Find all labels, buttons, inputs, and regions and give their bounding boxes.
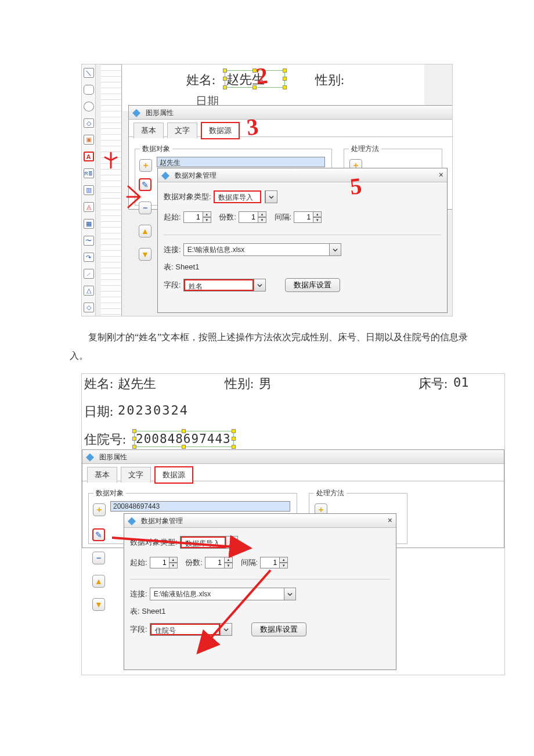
tab-basic[interactable]: 基本 [87, 467, 117, 483]
label-count: 份数: [219, 212, 236, 222]
tab-basic[interactable]: 基本 [134, 123, 164, 138]
spinner-count[interactable]: ▲▼ [205, 557, 233, 568]
tool-diamond-icon[interactable]: ◇ [84, 118, 94, 128]
textbox-hospital-id[interactable]: 200848697443 [134, 431, 234, 447]
remove-button[interactable]: − [92, 552, 105, 564]
move-down-button[interactable]: ▼ [139, 248, 151, 261]
combo-type[interactable]: 数据库导入 [214, 190, 261, 203]
tool-image-icon[interactable]: ▣ [84, 135, 94, 145]
combo-field[interactable]: 姓名 [183, 279, 266, 291]
move-up-button[interactable]: ▲ [92, 575, 105, 588]
close-icon[interactable]: × [439, 171, 443, 179]
label-date: 日期: [84, 403, 113, 420]
tab-text[interactable]: 文字 [121, 467, 151, 483]
chevron-down-icon [254, 279, 265, 291]
combo-field[interactable]: 住院号 [150, 623, 232, 636]
move-down-button[interactable]: ▼ [92, 598, 105, 611]
annotation-2: 2 [255, 64, 269, 90]
design-canvas[interactable]: 姓名: 赵先生 性别: 日期 [122, 64, 424, 111]
db-settings-button[interactable]: 数据库设置 [285, 278, 340, 292]
panel-icon [86, 453, 94, 462]
group-data-object: 数据对象 [140, 144, 172, 154]
resize-handle[interactable] [283, 69, 287, 73]
combo-connection[interactable]: E:\输液贴信息.xlsx [150, 588, 296, 600]
label-bed: 床号: [418, 375, 448, 393]
tool-triangle-icon[interactable]: △ [84, 286, 94, 296]
resize-handle[interactable] [182, 429, 186, 433]
spinner-start[interactable]: ▲▼ [183, 211, 211, 223]
tab-data[interactable]: 数据源 [201, 122, 240, 139]
tool-line-icon[interactable]: ＼ [84, 68, 94, 78]
screenshot-1: ＼ ◇ ▣ A R≣ ▥ ◬ ▦ 〜 ↷ ⟋ △ ◇ 姓名: 赵先生 [81, 64, 453, 316]
resize-handle[interactable] [223, 69, 227, 73]
tool-polyline-icon[interactable]: ⟋ [84, 269, 94, 279]
tab-data[interactable]: 数据源 [154, 466, 193, 484]
resize-handle[interactable] [283, 77, 287, 81]
resize-handle[interactable] [223, 77, 227, 81]
data-object-item[interactable]: 赵先生 [157, 157, 325, 167]
spinner-count[interactable]: ▲▼ [239, 211, 266, 223]
tool-richtext-icon[interactable]: R≣ [84, 168, 94, 178]
combo-type-arrow[interactable] [265, 190, 277, 203]
data-object-manage-window: 数据对象管理 × 数据对象类型: 数据库导入 起始: [157, 168, 448, 313]
tool-roundrect-icon[interactable] [84, 85, 94, 95]
label-sheet: 表: Sheet1 [130, 607, 165, 615]
label-name: 姓名: [186, 71, 215, 89]
spinner-gap[interactable]: ▲▼ [294, 211, 322, 223]
edit-button[interactable]: ✎ [92, 528, 105, 541]
resize-handle[interactable] [232, 437, 236, 441]
design-canvas-2[interactable]: 姓名: 赵先生 性别: 男 床号: 01 日期: 20230324 住院号: 2… [82, 374, 504, 449]
spinner-gap[interactable]: ▲▼ [260, 557, 288, 568]
window-icon [128, 517, 136, 525]
db-settings-button[interactable]: 数据库设置 [251, 622, 306, 636]
label-gap: 间隔: [275, 212, 292, 222]
tool-barcode-icon[interactable]: ▥ [84, 185, 94, 195]
combo-type[interactable]: 数据库导入 [180, 536, 238, 549]
screenshot-2: 姓名: 赵先生 性别: 男 床号: 01 日期: 20230324 住院号: 2… [81, 373, 505, 675]
tool-table-icon[interactable]: ▦ [84, 219, 94, 229]
label-connection: 连接: [164, 244, 181, 255]
tool-arc-icon[interactable]: ↷ [84, 253, 94, 262]
add-button[interactable]: ＋ [93, 503, 106, 516]
combo-connection[interactable]: E:\输液贴信息.xlsx [183, 243, 341, 256]
chevron-down-icon [226, 537, 237, 548]
resize-handle[interactable] [232, 445, 236, 449]
resize-handle[interactable] [232, 429, 236, 433]
label-gender: 性别: [315, 71, 344, 89]
resize-handle[interactable] [252, 85, 257, 89]
tab-text[interactable]: 文字 [167, 123, 197, 138]
panel-tabs: 基本 文字 数据源 [129, 120, 453, 137]
window-icon [161, 172, 169, 180]
chevron-down-icon[interactable] [265, 191, 277, 203]
tool-polygon-icon[interactable]: ◇ [84, 303, 94, 312]
add-button[interactable]: ＋ [139, 159, 152, 172]
spinner-start[interactable]: ▲▼ [150, 557, 178, 568]
resize-handle[interactable] [223, 85, 227, 89]
resize-handle[interactable] [132, 429, 136, 433]
remove-button[interactable]: − [139, 201, 151, 214]
label-field: 字段: [164, 280, 181, 290]
move-up-button[interactable]: ▲ [139, 225, 151, 237]
close-icon[interactable]: × [388, 516, 392, 524]
data-object-manage-window-2: 数据对象管理 × 数据对象类型: 数据库导入 起始: ▲▼ [124, 513, 396, 670]
edit-button[interactable]: ✎ [139, 178, 151, 191]
group-method: 处理方法 [314, 488, 347, 498]
label-connection: 连接: [130, 589, 147, 599]
panel-tabs: 基本 文字 数据源 [82, 464, 504, 481]
label-type: 数据对象类型: [164, 192, 211, 202]
tool-text-icon[interactable]: A [84, 152, 94, 161]
panel-icon [132, 109, 140, 117]
resize-handle[interactable] [132, 437, 136, 441]
tool-triangle-warn-icon[interactable]: ◬ [84, 202, 94, 212]
resize-handle[interactable] [182, 445, 186, 449]
textbox-name[interactable]: 赵先生 [225, 70, 285, 88]
tool-circle-icon[interactable] [84, 102, 94, 111]
data-object-item[interactable]: 200848697443 [110, 501, 290, 512]
value-date: 20230324 [118, 403, 189, 417]
label-gender: 性别: [225, 375, 254, 393]
vertical-ruler [101, 64, 122, 316]
tool-curve-icon[interactable]: 〜 [84, 236, 94, 246]
resize-handle[interactable] [283, 85, 287, 89]
resize-handle[interactable] [132, 445, 136, 449]
label-start: 起始: [130, 557, 147, 568]
